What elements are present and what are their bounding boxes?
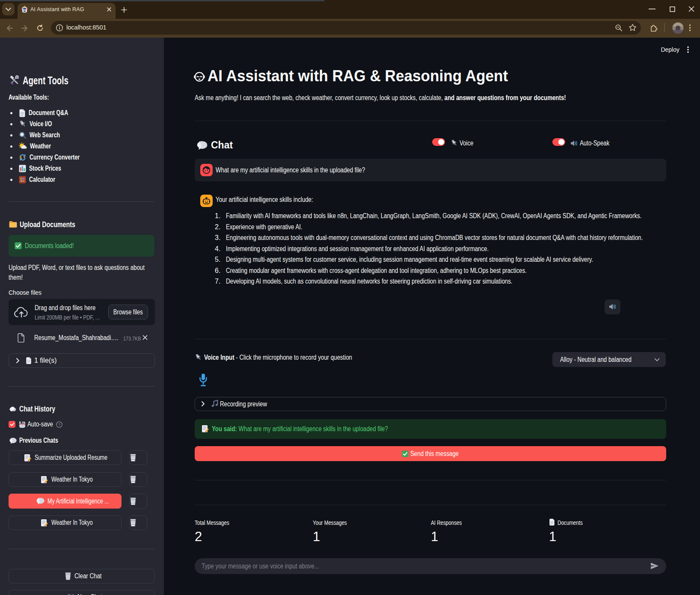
svg-text:$: $: [20, 155, 22, 160]
svg-text:?: ?: [58, 422, 60, 427]
svg-text:¥: ¥: [24, 155, 26, 160]
